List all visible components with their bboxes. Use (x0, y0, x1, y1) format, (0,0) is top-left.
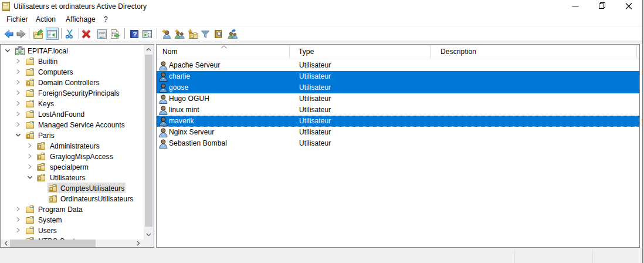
svg-text:?: ? (133, 31, 137, 38)
